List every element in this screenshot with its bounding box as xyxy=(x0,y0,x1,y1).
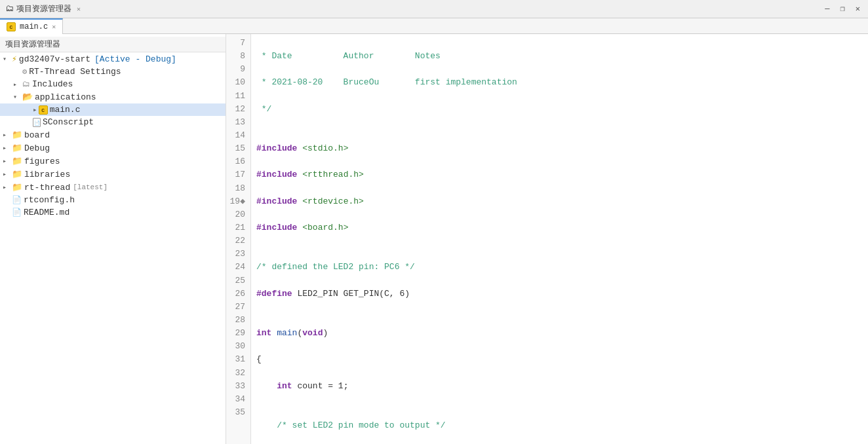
title-bar: 🗂 项目资源管理器 ✕ — ❐ ✕ xyxy=(0,0,868,18)
gd32407v-badge: [Active - Debug] xyxy=(94,54,176,64)
project-manager-icon: 🗂 xyxy=(5,4,14,14)
readme-file-icon: 📄 xyxy=(12,208,22,217)
arrow-gd32407v xyxy=(3,55,12,63)
board-label: board xyxy=(24,130,50,140)
arrow-debug xyxy=(3,144,12,152)
tree-item-debug[interactable]: 📁 Debug xyxy=(0,141,226,155)
arrow-board xyxy=(3,131,12,139)
sidebar-title: 项目资源管理器 xyxy=(0,37,226,52)
rt-settings-icon: ⚙ xyxy=(22,67,27,77)
tree-item-main-c[interactable]: ▸ C main.c xyxy=(0,103,226,116)
tab-close-project[interactable]: ✕ xyxy=(77,5,81,13)
rtconfig-label: rtconfig.h xyxy=(24,195,75,205)
sconscript-label: SConscript xyxy=(43,117,94,127)
tree-item-figures[interactable]: 📁 figures xyxy=(0,155,226,168)
sconscript-file-icon: 📄 xyxy=(33,118,41,127)
rt-thread-label: rt-thread xyxy=(24,183,70,193)
main-area: 项目资源管理器 ⚡ gd32407v-start [Active - Debug… xyxy=(0,34,868,444)
applications-folder-icon: 📂 xyxy=(22,92,33,102)
tree-item-libraries[interactable]: 📁 libraries xyxy=(0,168,226,181)
tree-item-gd32407v[interactable]: ⚡ gd32407v-start [Active - Debug] xyxy=(0,52,226,65)
main-c-label: main.c xyxy=(50,105,81,115)
tree-item-includes[interactable]: 🗂 Includes xyxy=(0,78,226,90)
rt-settings-label: RT-Thread Settings xyxy=(29,67,121,77)
project-icon: ⚡ xyxy=(12,54,17,64)
project-manager-title: 项目资源管理器 xyxy=(16,3,71,14)
tab-main-c-close[interactable]: ✕ xyxy=(52,23,56,31)
window-minimize[interactable]: — xyxy=(822,5,832,14)
libraries-folder-icon: 📁 xyxy=(12,169,22,179)
window-restore[interactable]: ❐ xyxy=(838,4,848,14)
includes-icon: 🗂 xyxy=(22,79,30,89)
tree-item-sconscript[interactable]: 📄 SConscript xyxy=(0,116,226,128)
file-c-tab-icon: C xyxy=(7,22,16,31)
main-c-file-icon: C xyxy=(39,105,48,115)
debug-label: Debug xyxy=(24,143,50,153)
tree-item-readme-md[interactable]: 📄 README.md xyxy=(0,206,226,219)
line-numbers: 7 8 9 10 11 12 13 14 15 16 17 18 19◆ 20 … xyxy=(226,34,251,444)
rtconfig-file-icon: 📄 xyxy=(12,195,22,205)
tree-item-rt-thread[interactable]: 📁 rt-thread [latest] xyxy=(0,181,226,194)
arrow-rt-thread xyxy=(3,183,12,191)
includes-label: Includes xyxy=(32,79,73,89)
sidebar-title-label: 项目资源管理器 xyxy=(5,39,60,50)
tree-item-rtconfig-h[interactable]: 📄 rtconfig.h xyxy=(0,194,226,206)
libraries-label: libraries xyxy=(24,170,70,179)
figures-folder-icon: 📁 xyxy=(12,156,22,166)
arrow-figures xyxy=(3,157,12,165)
gd32407v-label: gd32407v-start xyxy=(19,54,90,64)
window-close[interactable]: ✕ xyxy=(853,4,863,14)
rt-thread-badge: [latest] xyxy=(73,183,108,191)
figures-label: figures xyxy=(24,157,60,166)
tree-item-applications[interactable]: 📂 applications xyxy=(0,90,226,103)
arrow-applications xyxy=(13,93,22,101)
title-bar-left: 🗂 项目资源管理器 ✕ xyxy=(5,3,81,14)
code-content: * Date Author Notes * 2021-08-20 BruceOu… xyxy=(251,34,868,444)
main-c-expand-icon: ▸ xyxy=(33,105,37,114)
arrow-libraries xyxy=(3,170,12,178)
applications-label: applications xyxy=(35,92,96,102)
tab-main-c[interactable]: C main.c ✕ xyxy=(0,18,63,34)
tab-main-c-label: main.c xyxy=(20,22,48,31)
rt-thread-folder-icon: 📁 xyxy=(12,182,22,193)
tree-item-board[interactable]: 📁 board xyxy=(0,128,226,141)
readme-label: README.md xyxy=(24,208,69,217)
tree-item-rt-thread-settings[interactable]: ⚙ RT-Thread Settings xyxy=(0,65,226,78)
arrow-includes xyxy=(13,81,22,88)
tab-bar: C main.c ✕ xyxy=(0,18,868,34)
board-folder-icon: 📁 xyxy=(12,130,22,140)
debug-folder-icon: 📁 xyxy=(12,143,22,153)
sidebar: 项目资源管理器 ⚡ gd32407v-start [Active - Debug… xyxy=(0,34,226,444)
editor-area[interactable]: 7 8 9 10 11 12 13 14 15 16 17 18 19◆ 20 … xyxy=(226,34,868,444)
code-view: 7 8 9 10 11 12 13 14 15 16 17 18 19◆ 20 … xyxy=(226,34,868,444)
